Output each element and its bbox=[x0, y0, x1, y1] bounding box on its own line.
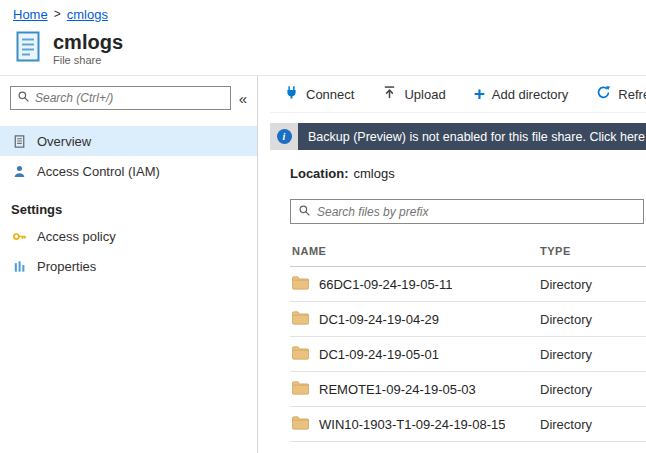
table-header-row: NAME TYPE bbox=[290, 236, 646, 267]
plug-icon bbox=[284, 85, 299, 103]
table-row[interactable]: WIN10-1903-T1-09-24-19-08-15 Directory bbox=[290, 407, 646, 442]
sidebar-item-label: Access Control (IAM) bbox=[37, 164, 160, 179]
directory-type: Directory bbox=[540, 382, 646, 397]
sidebar-item-label: Overview bbox=[37, 134, 91, 149]
directory-type: Directory bbox=[540, 347, 646, 362]
search-icon bbox=[17, 89, 30, 107]
directory-name: DC1-09-24-19-04-29 bbox=[319, 312, 439, 327]
refresh-icon bbox=[596, 85, 611, 103]
column-header-name: NAME bbox=[292, 245, 540, 257]
file-share-icon bbox=[13, 30, 43, 67]
sidebar-item-overview[interactable]: Overview bbox=[0, 126, 257, 156]
folder-icon bbox=[292, 416, 309, 433]
table-row[interactable]: REMOTE1-09-24-19-05-03 Directory bbox=[290, 372, 646, 407]
page-title: cmlogs bbox=[53, 31, 123, 53]
directory-type: Directory bbox=[540, 417, 646, 432]
upload-button-label: Upload bbox=[404, 87, 445, 102]
overview-icon bbox=[11, 133, 28, 150]
banner-icon-box: i bbox=[270, 123, 298, 150]
sidebar-search-box bbox=[10, 86, 231, 110]
person-icon bbox=[11, 163, 28, 180]
location-value: cmlogs bbox=[354, 166, 395, 181]
page-header: cmlogs File share bbox=[0, 28, 646, 75]
add-directory-button-label: Add directory bbox=[492, 87, 569, 102]
location-label: Location: bbox=[290, 166, 349, 181]
location-row: Location:cmlogs bbox=[290, 166, 646, 181]
search-icon bbox=[298, 203, 311, 221]
refresh-button[interactable]: Refresh bbox=[596, 85, 646, 103]
file-table: NAME TYPE 66DC1-09-24-19-05-11 Direct bbox=[270, 236, 646, 442]
sidebar-search-input[interactable] bbox=[35, 91, 224, 105]
page-subtitle: File share bbox=[53, 54, 123, 66]
sidebar-item-access-policy[interactable]: Access policy bbox=[0, 221, 257, 251]
breadcrumb-home-link[interactable]: Home bbox=[13, 7, 48, 22]
sidebar-item-label: Access policy bbox=[37, 229, 116, 244]
collapse-sidebar-button[interactable]: « bbox=[239, 91, 247, 106]
add-directory-button[interactable]: + Add directory bbox=[474, 86, 569, 103]
command-bar: Connect Upload + Add directory bbox=[270, 76, 646, 113]
info-icon: i bbox=[277, 129, 292, 144]
main-content: Connect Upload + Add directory bbox=[258, 76, 646, 453]
refresh-button-label: Refresh bbox=[618, 87, 646, 102]
folder-icon bbox=[292, 346, 309, 363]
table-row[interactable]: DC1-09-24-19-04-29 Directory bbox=[290, 302, 646, 337]
breadcrumb-separator: > bbox=[54, 7, 61, 21]
table-row[interactable]: DC1-09-24-19-05-01 Directory bbox=[290, 337, 646, 372]
plus-icon: + bbox=[474, 84, 485, 103]
sidebar-item-label: Properties bbox=[37, 259, 96, 274]
properties-sliders-icon bbox=[11, 258, 28, 275]
file-prefix-search-box bbox=[290, 199, 644, 224]
directory-type: Directory bbox=[540, 312, 646, 327]
file-prefix-search-input[interactable] bbox=[317, 205, 636, 219]
directory-name: 66DC1-09-24-19-05-11 bbox=[319, 277, 452, 292]
connect-button[interactable]: Connect bbox=[284, 85, 354, 103]
directory-type: Directory bbox=[540, 277, 646, 292]
breadcrumb-current-link[interactable]: cmlogs bbox=[67, 7, 108, 22]
folder-icon bbox=[292, 311, 309, 328]
directory-name: DC1-09-24-19-05-01 bbox=[319, 347, 439, 362]
sidebar: « Overview bbox=[0, 76, 258, 453]
upload-arrow-icon bbox=[382, 85, 397, 103]
connect-button-label: Connect bbox=[306, 87, 354, 102]
column-header-type: TYPE bbox=[540, 245, 646, 257]
upload-button[interactable]: Upload bbox=[382, 85, 445, 103]
folder-icon bbox=[292, 381, 309, 398]
sidebar-item-access-control-iam[interactable]: Access Control (IAM) bbox=[0, 156, 257, 186]
banner-message: Backup (Preview) is not enabled for this… bbox=[298, 123, 646, 150]
directory-name: REMOTE1-09-24-19-05-03 bbox=[319, 382, 476, 397]
backup-preview-banner[interactable]: i Backup (Preview) is not enabled for th… bbox=[270, 123, 646, 150]
folder-icon bbox=[292, 276, 309, 293]
azure-file-share-window: Home > cmlogs cmlogs File share bbox=[0, 0, 646, 453]
directory-name: WIN10-1903-T1-09-24-19-08-15 bbox=[319, 417, 505, 432]
key-icon bbox=[11, 228, 28, 245]
table-row[interactable]: 66DC1-09-24-19-05-11 Directory bbox=[290, 267, 646, 302]
sidebar-section-settings: Settings bbox=[0, 202, 257, 217]
breadcrumb: Home > cmlogs bbox=[0, 0, 646, 28]
sidebar-item-properties[interactable]: Properties bbox=[0, 251, 257, 281]
